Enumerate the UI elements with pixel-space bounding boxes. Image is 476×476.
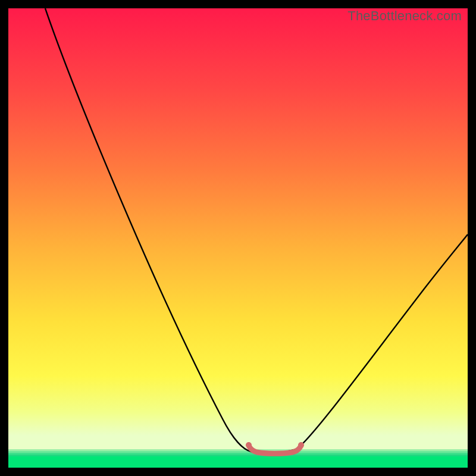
- watermark-text: TheBottleneck.com: [347, 8, 462, 24]
- curve-path: [45, 8, 468, 453]
- valley-marker: [249, 445, 301, 453]
- bottleneck-curve: [8, 8, 468, 468]
- chart-frame: TheBottleneck.com: [8, 8, 468, 468]
- valley-marker-left-dot: [246, 442, 252, 448]
- valley-marker-right-dot: [298, 442, 304, 448]
